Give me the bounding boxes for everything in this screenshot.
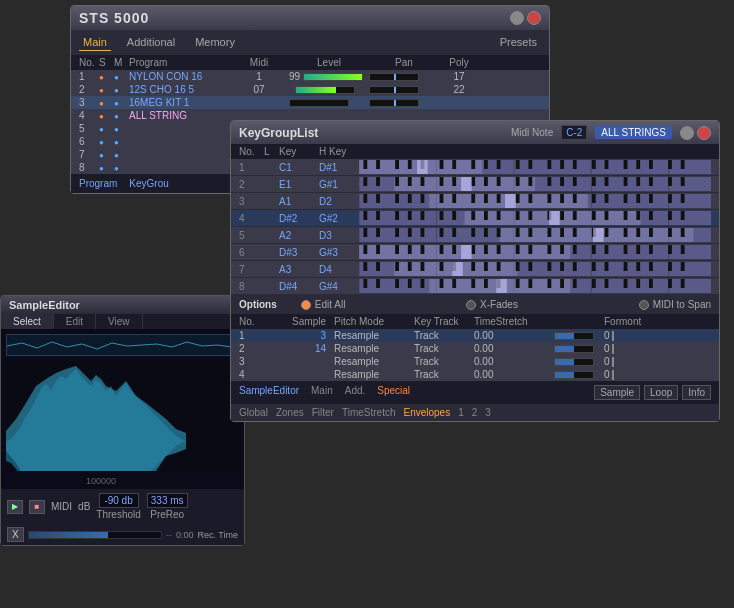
- kgl-bottom-tabs: SampleEditor Main Add. Special Sample Lo…: [231, 381, 719, 404]
- table-row[interactable]: 3 ● ● 16MEG KIT 1: [71, 96, 549, 109]
- svg-rect-279: [452, 262, 463, 276]
- kgl-tab-special[interactable]: Special: [377, 385, 410, 400]
- svg-rect-318: [681, 279, 685, 288]
- svg-rect-18: [376, 160, 380, 169]
- kgl-tab-sample[interactable]: Sample: [594, 385, 640, 400]
- sample-row[interactable]: 2 14 Resample Track 0.00 0: [231, 342, 719, 355]
- svg-rect-230: [560, 245, 564, 254]
- svg-rect-115: [636, 194, 640, 203]
- kgl-row[interactable]: 4 D#2 G#2: [231, 210, 719, 227]
- se-tab-edit[interactable]: Edit: [54, 314, 96, 329]
- svg-rect-225: [484, 245, 488, 254]
- svg-rect-118: [681, 194, 685, 203]
- kgl-close-btn[interactable]: [697, 126, 711, 140]
- svg-rect-309: [547, 279, 551, 288]
- kgl-row[interactable]: 3 A1 D2: [231, 193, 719, 210]
- kgl-tab-loop[interactable]: Loop: [644, 385, 678, 400]
- kgl-row[interactable]: 5 A2 D3: [231, 227, 719, 244]
- svg-rect-106: [497, 194, 501, 203]
- kgl-tab-main[interactable]: Main: [311, 385, 333, 400]
- svg-rect-101: [421, 194, 425, 203]
- sample-row[interactable]: 1 3 Resample Track 0.00 0: [231, 329, 719, 342]
- svg-rect-274: [624, 262, 628, 271]
- kgl-global-tab-envelopes[interactable]: Envelopes: [403, 407, 450, 418]
- svg-rect-142: [440, 211, 444, 220]
- svg-rect-268: [528, 262, 532, 271]
- kgl-global-tab-filter[interactable]: Filter: [312, 407, 334, 418]
- se-time-label: 100000: [86, 476, 116, 486]
- svg-rect-150: [560, 211, 564, 220]
- svg-rect-76: [649, 177, 653, 186]
- svg-rect-199: [593, 228, 604, 242]
- svg-rect-157: [668, 211, 672, 220]
- svg-rect-262: [440, 262, 444, 271]
- sts-tab-presets[interactable]: Presets: [496, 34, 541, 51]
- svg-rect-100: [408, 194, 412, 203]
- svg-rect-257: [363, 262, 367, 271]
- se-tab-view[interactable]: View: [96, 314, 143, 329]
- svg-rect-191: [573, 228, 577, 237]
- kgl-global-tab-zones[interactable]: Zones: [276, 407, 304, 418]
- svg-rect-179: [395, 228, 399, 237]
- se-threshold-value[interactable]: -90 db: [99, 493, 139, 508]
- svg-rect-188: [528, 228, 532, 237]
- svg-rect-156: [649, 211, 653, 220]
- svg-rect-178: [376, 228, 380, 237]
- svg-rect-305: [484, 279, 488, 288]
- kgl-row[interactable]: 7 A3 D4: [231, 261, 719, 278]
- svg-rect-277: [668, 262, 672, 271]
- svg-rect-315: [636, 279, 640, 288]
- midi-note-value[interactable]: C-2: [561, 125, 587, 140]
- se-x-btn[interactable]: X: [7, 527, 24, 542]
- kgl-row[interactable]: 1 C1 D#1: [231, 159, 719, 176]
- svg-rect-307: [516, 279, 520, 288]
- se-rec-slider[interactable]: [28, 531, 162, 539]
- x-fades-option[interactable]: X-Fades: [466, 299, 518, 310]
- kgl-tab-sampleeditor[interactable]: SampleEditor: [239, 385, 299, 400]
- svg-rect-24: [471, 160, 475, 169]
- kgl-global-tab-global[interactable]: Global: [239, 407, 268, 418]
- svg-rect-189: [547, 228, 551, 237]
- se-stop-btn[interactable]: ■: [29, 500, 45, 514]
- se-prereq-value[interactable]: 333 ms: [147, 493, 188, 508]
- kgl-global-tab-3[interactable]: 3: [485, 407, 491, 418]
- kgl-row[interactable]: 2 E1 G#1: [231, 176, 719, 193]
- se-play-btn[interactable]: ▶: [7, 500, 23, 514]
- svg-rect-276: [649, 262, 653, 271]
- kgl-title: KeyGroupList: [239, 126, 318, 140]
- sts-minimize-btn[interactable]: [510, 11, 524, 25]
- table-row[interactable]: 1 ● ● NYLON CON 16 1 99 17: [71, 70, 549, 83]
- midi-span-option[interactable]: MIDI to Span: [639, 299, 711, 310]
- svg-rect-17: [363, 160, 367, 169]
- sts-footer-keygroup[interactable]: KeyGrou: [129, 178, 168, 189]
- sample-row[interactable]: 3 Resample Track 0.00 0: [231, 355, 719, 368]
- kgl-global-tab-2[interactable]: 2: [472, 407, 478, 418]
- svg-rect-143: [452, 211, 456, 220]
- kgl-global-tab-1[interactable]: 1: [458, 407, 464, 418]
- table-row[interactable]: 2 ● ● 12S CHO 16 5 07 22: [71, 83, 549, 96]
- kgl-minimize-btn[interactable]: [680, 126, 694, 140]
- edit-all-label: Edit All: [315, 299, 346, 310]
- sts-close-btn[interactable]: [527, 11, 541, 25]
- svg-rect-266: [497, 262, 501, 271]
- sts-tab-main[interactable]: Main: [79, 34, 111, 51]
- svg-rect-300: [408, 279, 412, 288]
- kgl-row[interactable]: 6 D#3 G#3: [231, 244, 719, 261]
- sts-titlebar: STS 5000: [71, 6, 549, 30]
- svg-rect-197: [668, 228, 672, 237]
- sts-tabs: Main Additional Memory Presets: [71, 30, 549, 55]
- kgl-tab-info[interactable]: Info: [682, 385, 711, 400]
- svg-rect-103: [452, 194, 456, 203]
- sample-row[interactable]: 4 Resample Track 0.00 0: [231, 368, 719, 381]
- svg-rect-31: [573, 160, 577, 169]
- svg-rect-185: [484, 228, 488, 237]
- sts-tab-additional[interactable]: Additional: [123, 34, 179, 51]
- se-tab-select[interactable]: Select: [1, 314, 54, 329]
- svg-rect-158: [681, 211, 685, 220]
- kgl-global-tab-timestretch[interactable]: TimeStretch: [342, 407, 396, 418]
- svg-rect-112: [592, 194, 596, 203]
- sts-tab-memory[interactable]: Memory: [191, 34, 239, 51]
- kgl-row[interactable]: 8 D#4 G#4: [231, 278, 719, 295]
- kgl-tab-add[interactable]: Add.: [345, 385, 366, 400]
- edit-all-option[interactable]: Edit All: [301, 299, 346, 310]
